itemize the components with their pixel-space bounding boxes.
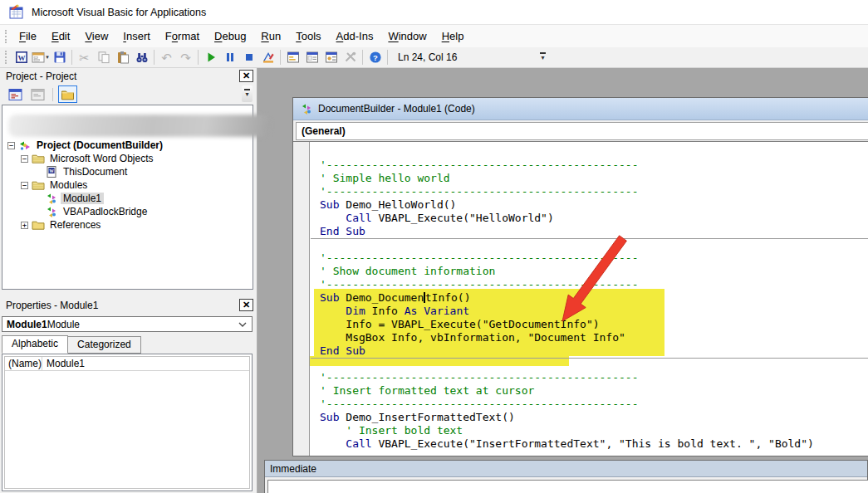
menu-bar: FileEditViewInsertFormatDebugRunToolsAdd…: [0, 25, 868, 47]
chevron-down-icon: [238, 322, 247, 327]
tab-alphabetic[interactable]: Alphabetic: [2, 335, 68, 354]
tree-item-vbapadlockbridge[interactable]: VBAPadlockBridge: [2, 205, 253, 218]
collapse-icon[interactable]: −: [21, 182, 28, 189]
tree-item-module1[interactable]: Module1: [2, 192, 253, 205]
view-object-button: [28, 85, 47, 103]
toolbar-separator: [280, 50, 281, 65]
folder-icon: [32, 218, 45, 232]
break-button[interactable]: [220, 49, 239, 66]
property-value[interactable]: Module1: [42, 358, 85, 369]
svg-text:?: ?: [373, 53, 378, 62]
menu-item-view[interactable]: View: [77, 26, 115, 46]
code-line: End Sub: [311, 344, 868, 358]
properties-grid[interactable]: (Name)Module1: [2, 354, 253, 491]
menu-bar-items: FileEditViewInsertFormatDebugRunToolsAdd…: [12, 26, 471, 46]
vba-app-icon: [8, 4, 24, 20]
tree-item-thisdocument[interactable]: WThisDocument: [2, 165, 253, 178]
code-line: ' Simple hello world: [311, 172, 868, 185]
object-selector-type: Module: [47, 319, 80, 330]
code-line: '---------------------------------------…: [311, 398, 868, 411]
find-button[interactable]: [132, 49, 151, 66]
tab-categorized[interactable]: Categorized: [67, 336, 141, 354]
code-lines: '---------------------------------------…: [311, 159, 868, 451]
help-button[interactable]: ?: [365, 49, 385, 66]
general-dropdown-value: (General): [302, 125, 346, 137]
app-titlebar: Microsoft Visual Basic for Applications: [0, 0, 868, 25]
code-editor-area[interactable]: '---------------------------------------…: [293, 141, 868, 456]
code-line: ' Insert bold text: [311, 424, 868, 437]
tree-item-microsoft-word-objects[interactable]: −Microsoft Word Objects: [2, 152, 253, 165]
properties-panel: Properties - Module1 ✕ Module1 Module Al…: [0, 297, 257, 493]
design-mode-button[interactable]: [258, 49, 277, 66]
code-line: [311, 358, 868, 371]
project-toolbar-options-button[interactable]: ▾: [242, 85, 253, 102]
toolbox-button: [341, 49, 360, 66]
code-window-titlebar[interactable]: DocumentBuilder - Module1 (Code): [293, 98, 868, 120]
project-explorer-button[interactable]: [283, 49, 302, 66]
immediate-titlebar[interactable]: Immediate: [265, 461, 867, 477]
menu-item-format[interactable]: Format: [158, 26, 207, 46]
toolbar-buttons: W▾✂↶↷?: [12, 49, 390, 66]
properties-window-button[interactable]: [302, 49, 321, 66]
toolbar-separator: [387, 50, 388, 65]
folder-special-icon: [32, 178, 45, 192]
code-margin-bar[interactable]: [293, 142, 310, 456]
menu-item-debug[interactable]: Debug: [207, 26, 253, 46]
object-selector-dropdown[interactable]: Module1 Module: [2, 316, 253, 332]
run-button[interactable]: [201, 49, 220, 66]
menu-item-add-ins[interactable]: Add-Ins: [329, 26, 381, 46]
menu-item-help[interactable]: Help: [434, 26, 472, 46]
project-close-button[interactable]: ✕: [239, 70, 253, 82]
general-dropdown[interactable]: (General): [296, 122, 868, 140]
project-panel-titlebar: Project - Project ✕: [0, 68, 257, 84]
tree-item-label: References: [47, 219, 103, 231]
tree-item-label: Microsoft Word Objects: [47, 153, 155, 164]
code-line: '---------------------------------------…: [311, 251, 868, 265]
view-code-button[interactable]: [6, 85, 25, 103]
view-ms-word-button[interactable]: W: [12, 49, 31, 66]
code-line: Sub Demo_InsertFormattedText(): [311, 411, 868, 424]
expand-icon[interactable]: +: [21, 222, 28, 229]
properties-panel-titlebar: Properties - Module1 ✕: [0, 297, 257, 313]
property-name: (Name): [5, 357, 42, 370]
immediate-input-area[interactable]: [267, 480, 868, 493]
menu-item-run[interactable]: Run: [253, 26, 288, 46]
properties-close-button[interactable]: ✕: [239, 299, 253, 311]
code-line: [311, 238, 868, 251]
object-selector-name: Module1: [7, 319, 47, 330]
code-line: ' Insert formatted text at cursor: [311, 384, 868, 398]
property-row[interactable]: (Name)Module1: [5, 357, 249, 371]
redaction-blur: [8, 115, 270, 137]
code-line: '---------------------------------------…: [311, 185, 868, 198]
word-doc-icon: W: [45, 165, 58, 178]
insert-userform-button[interactable]: ▾: [31, 49, 50, 66]
tree-item-modules[interactable]: −Modules: [2, 178, 253, 192]
save-button[interactable]: [50, 49, 69, 66]
menu-item-edit[interactable]: Edit: [44, 26, 77, 46]
collapse-icon[interactable]: −: [7, 142, 15, 149]
menu-item-file[interactable]: File: [12, 26, 44, 46]
menu-item-window[interactable]: Window: [380, 26, 434, 46]
toggle-folders-button[interactable]: [58, 85, 77, 103]
code-window: DocumentBuilder - Module1 (Code) (Genera…: [292, 97, 868, 456]
menu-grip[interactable]: [5, 30, 7, 43]
paste-button[interactable]: [113, 49, 132, 66]
collapse-icon[interactable]: −: [21, 155, 28, 163]
menu-item-insert[interactable]: Insert: [115, 26, 158, 46]
tree-item-project-documentbuilder[interactable]: −Project (DocumentBuilder): [2, 139, 253, 152]
menu-item-tools[interactable]: Tools: [288, 26, 328, 46]
toolbar-separator: [52, 88, 53, 101]
toolbar-options-button[interactable]: ▾: [537, 50, 548, 66]
svg-text:W: W: [17, 54, 25, 62]
svg-text:W: W: [49, 168, 54, 173]
object-browser-button[interactable]: [321, 49, 341, 66]
tree-item-references[interactable]: +References: [2, 218, 253, 232]
properties-tabs: AlphabeticCategorized: [2, 336, 140, 354]
code-line: End Sub: [311, 225, 868, 238]
code-line: Dim Info As Variant: [311, 305, 868, 318]
toolbar-grip[interactable]: [5, 51, 7, 64]
reset-button[interactable]: [239, 49, 258, 66]
copy-button: [94, 49, 113, 66]
code-line: Sub Demo_HelloWorld(): [311, 198, 868, 212]
properties-panel-title: Properties - Module1: [6, 300, 98, 311]
